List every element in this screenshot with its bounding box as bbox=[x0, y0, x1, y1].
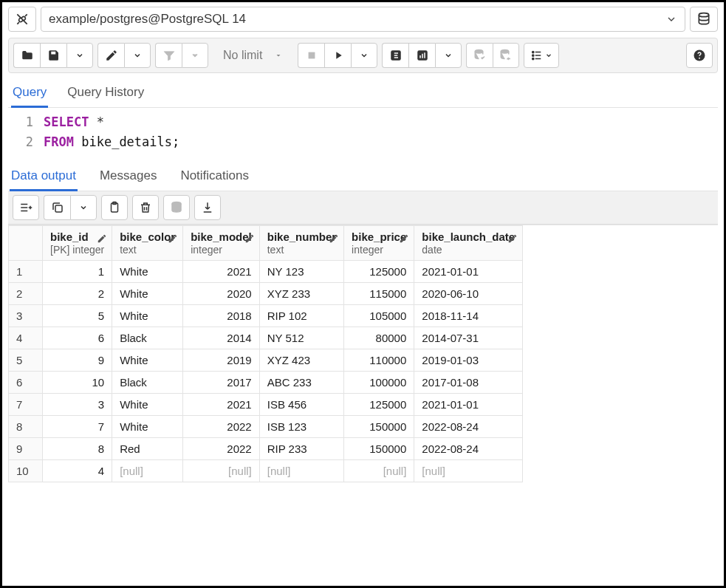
pencil-icon[interactable] bbox=[168, 233, 178, 244]
cell[interactable]: 5 bbox=[43, 305, 112, 327]
column-header[interactable]: bike_color text bbox=[112, 226, 183, 261]
explain-analyze-button[interactable] bbox=[408, 43, 435, 68]
cell[interactable]: 2017 bbox=[183, 372, 260, 394]
cell[interactable]: 100000 bbox=[344, 372, 414, 394]
cell[interactable]: White bbox=[112, 416, 183, 438]
cell[interactable]: RIP 233 bbox=[259, 438, 343, 460]
cell[interactable]: 2022-08-24 bbox=[414, 438, 523, 460]
cell[interactable]: [null] bbox=[344, 460, 414, 482]
result-grid[interactable]: bike_id [PK] integer bike_color text bik… bbox=[8, 225, 718, 482]
cell[interactable]: 2022 bbox=[183, 438, 260, 460]
cell[interactable]: 115000 bbox=[344, 283, 414, 305]
cell[interactable]: 2021 bbox=[183, 261, 260, 283]
table-row[interactable]: 610Black2017ABC 2331000002017-01-08 bbox=[9, 372, 523, 394]
cell[interactable]: NY 512 bbox=[259, 327, 343, 349]
cell[interactable]: White bbox=[112, 283, 183, 305]
edit-dropdown[interactable] bbox=[124, 43, 151, 68]
cell[interactable]: 80000 bbox=[344, 327, 414, 349]
table-row[interactable]: 87White2022ISB 1231500002022-08-24 bbox=[9, 416, 523, 438]
column-header[interactable]: bike_launch_date date bbox=[414, 226, 523, 261]
cell[interactable]: 2020 bbox=[183, 283, 260, 305]
cell[interactable]: 110000 bbox=[344, 349, 414, 372]
explain-button[interactable] bbox=[382, 43, 408, 68]
cell[interactable]: 2021-01-01 bbox=[414, 394, 523, 416]
save-data-button[interactable] bbox=[163, 195, 190, 220]
column-header[interactable]: bike_price integer bbox=[344, 226, 414, 261]
cell[interactable]: 2021 bbox=[183, 394, 260, 416]
cell[interactable]: RIP 102 bbox=[259, 305, 343, 327]
cell[interactable]: [null] bbox=[183, 460, 260, 482]
cell[interactable]: 105000 bbox=[344, 305, 414, 327]
cell[interactable]: 125000 bbox=[344, 394, 414, 416]
cell[interactable]: ABC 233 bbox=[259, 372, 343, 394]
cell[interactable]: [null] bbox=[112, 460, 183, 482]
table-row[interactable]: 98Red2022RIP 2331500002022-08-24 bbox=[9, 438, 523, 460]
copy-dropdown[interactable] bbox=[70, 195, 97, 220]
column-header[interactable]: bike_number text bbox=[259, 226, 343, 261]
column-header[interactable]: bike_id [PK] integer bbox=[43, 226, 112, 261]
cell[interactable]: 2018-11-14 bbox=[414, 305, 523, 327]
execute-button[interactable] bbox=[324, 43, 351, 68]
copy-button[interactable] bbox=[44, 195, 70, 220]
cell[interactable]: 8 bbox=[43, 438, 112, 460]
download-button[interactable] bbox=[194, 195, 221, 220]
cell[interactable]: White bbox=[112, 261, 183, 283]
cell[interactable]: 2014 bbox=[183, 327, 260, 349]
table-row[interactable]: 46Black2014NY 512800002014-07-31 bbox=[9, 327, 523, 349]
cell[interactable]: 2022 bbox=[183, 416, 260, 438]
cell[interactable]: 2021-01-01 bbox=[414, 261, 523, 283]
connection-status-button[interactable] bbox=[8, 7, 36, 32]
paste-button[interactable] bbox=[101, 195, 128, 220]
delete-button[interactable] bbox=[132, 195, 159, 220]
cell[interactable]: 7 bbox=[43, 416, 112, 438]
table-row[interactable]: 73White2021ISB 4561250002021-01-01 bbox=[9, 394, 523, 416]
cell[interactable]: 150000 bbox=[344, 416, 414, 438]
tab-query-history[interactable]: Query History bbox=[66, 81, 145, 107]
pencil-icon[interactable] bbox=[399, 233, 409, 244]
table-row[interactable]: 104[null][null][null][null][null] bbox=[9, 460, 523, 482]
cell[interactable]: Black bbox=[112, 372, 183, 394]
cell[interactable]: 2 bbox=[43, 283, 112, 305]
cell[interactable]: [null] bbox=[414, 460, 523, 482]
cell[interactable]: 150000 bbox=[344, 438, 414, 460]
table-row[interactable]: 11White2021NY 1231250002021-01-01 bbox=[9, 261, 523, 283]
cell[interactable]: 4 bbox=[43, 460, 112, 482]
tab-query[interactable]: Query bbox=[11, 81, 48, 108]
cell[interactable]: White bbox=[112, 305, 183, 327]
cell[interactable]: White bbox=[112, 394, 183, 416]
save-dropdown[interactable] bbox=[66, 43, 93, 68]
cell[interactable]: 2022-08-24 bbox=[414, 416, 523, 438]
cell[interactable]: White bbox=[112, 349, 183, 372]
table-row[interactable]: 35White2018RIP 1021050002018-11-14 bbox=[9, 305, 523, 327]
tab-notifications[interactable]: Notifications bbox=[179, 164, 250, 191]
cell[interactable]: [null] bbox=[259, 460, 343, 482]
cell[interactable]: Black bbox=[112, 327, 183, 349]
open-file-button[interactable] bbox=[13, 43, 40, 68]
help-button[interactable] bbox=[686, 43, 713, 68]
commit-button[interactable] bbox=[466, 43, 493, 68]
cell[interactable]: 2017-01-08 bbox=[414, 372, 523, 394]
table-row[interactable]: 59White2019XYZ 4231100002019-01-03 bbox=[9, 349, 523, 372]
cell[interactable]: 125000 bbox=[344, 261, 414, 283]
cell[interactable]: 2020-06-10 bbox=[414, 283, 523, 305]
cell[interactable]: ISB 456 bbox=[259, 394, 343, 416]
cell[interactable]: 2019-01-03 bbox=[414, 349, 523, 372]
pencil-icon[interactable] bbox=[507, 233, 518, 244]
edit-button[interactable] bbox=[97, 43, 124, 68]
new-connection-button[interactable] bbox=[690, 7, 718, 32]
stop-button[interactable] bbox=[298, 43, 324, 68]
cell[interactable]: 6 bbox=[43, 327, 112, 349]
connection-select[interactable]: example/postgres@PostgreSQL 14 bbox=[41, 7, 685, 32]
macros-button[interactable] bbox=[524, 43, 559, 68]
rollback-button[interactable] bbox=[493, 43, 519, 68]
filter-dropdown[interactable] bbox=[182, 43, 208, 68]
cell[interactable]: XYZ 233 bbox=[259, 283, 343, 305]
sql-editor[interactable]: 12 SELECT * FROM bike_details; bbox=[8, 108, 718, 164]
filter-button[interactable] bbox=[155, 43, 182, 68]
pencil-icon[interactable] bbox=[244, 233, 255, 244]
tab-data-output[interactable]: Data output bbox=[10, 164, 78, 191]
cell[interactable]: Red bbox=[112, 438, 183, 460]
pencil-icon[interactable] bbox=[329, 233, 339, 244]
cell[interactable]: ISB 123 bbox=[259, 416, 343, 438]
cell[interactable]: 9 bbox=[43, 349, 112, 372]
